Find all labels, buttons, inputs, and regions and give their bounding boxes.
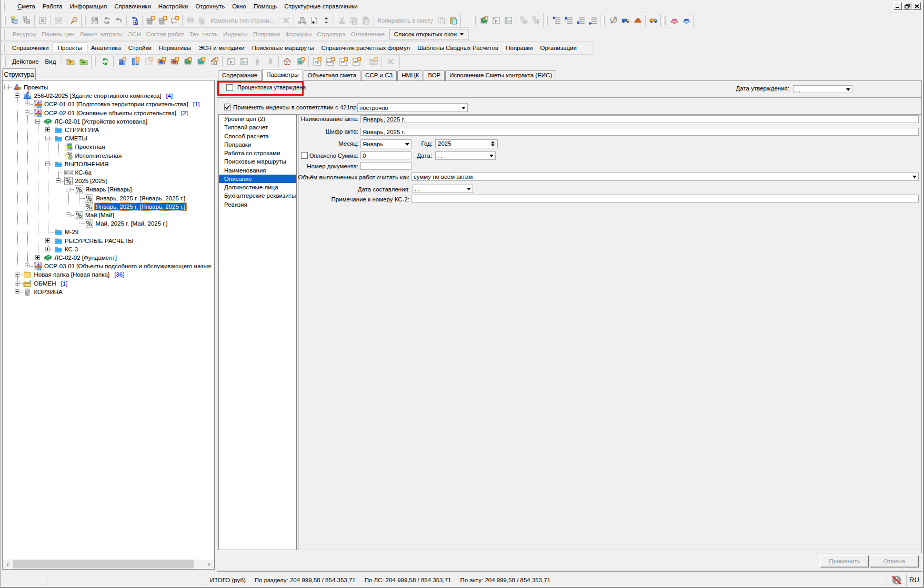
section-tab-5[interactable]: Нормативы <box>155 43 195 53</box>
film-settings2-button[interactable] <box>168 55 181 68</box>
menu-5[interactable]: Настройки <box>155 2 192 11</box>
menu-7[interactable]: Окно <box>228 2 250 11</box>
box-settings2-button[interactable] <box>156 14 168 27</box>
delete-cross-button[interactable] <box>280 14 292 27</box>
toolbar-grip[interactable] <box>4 16 6 25</box>
menu-9[interactable]: Структурные справочники <box>280 2 361 11</box>
section-tab-3[interactable]: Аналитика <box>87 43 125 53</box>
tree-item[interactable]: ВЫПОЛНЕНИЯ <box>64 160 109 168</box>
tree-item[interactable]: Проектная <box>74 143 106 151</box>
section-tab-2[interactable]: Проекты <box>53 43 87 53</box>
tree-item[interactable]: Январь, 2025 г. [Январь, 2025 г.] <box>95 194 187 202</box>
menu-2[interactable]: Работа <box>39 2 66 11</box>
toolbar-grip[interactable] <box>663 16 666 25</box>
volume-combo[interactable]: сумму по всем актам <box>411 173 919 181</box>
cancel-button[interactable]: Отмена <box>870 555 919 567</box>
tree-item[interactable]: СТРУКТУРА <box>64 126 100 134</box>
arrow-down-button[interactable] <box>264 55 277 68</box>
tab-1[interactable]: Содержание <box>218 70 262 81</box>
expand-toggle[interactable] <box>15 272 19 277</box>
action-menu-2[interactable]: Вид <box>42 57 59 66</box>
collapse-toggle[interactable] <box>4 85 9 89</box>
pp-page-button[interactable]: РР <box>337 55 350 68</box>
tab-4[interactable]: ССР и СЗ <box>361 70 397 81</box>
collapse-toggle[interactable] <box>35 119 40 124</box>
section-tab-11[interactable]: Организации <box>536 43 580 53</box>
comp-date-combo[interactable]: . . <box>413 185 473 193</box>
delete-cross-button[interactable] <box>384 55 397 68</box>
machines-truck-button[interactable] <box>619 14 631 27</box>
printer-button[interactable] <box>184 14 196 27</box>
indent-last-button[interactable] <box>587 14 599 27</box>
building-settings-button[interactable] <box>115 55 128 68</box>
menu-4[interactable]: Справочники <box>111 2 155 11</box>
folder-collapse-button[interactable] <box>77 55 90 68</box>
section-tab-10[interactable]: Поправки <box>502 43 536 53</box>
tree-horizontal-scrollbar[interactable]: ‹ › <box>3 560 214 569</box>
tree-item[interactable]: СМЕТЫ <box>64 134 88 143</box>
indent-first-button[interactable] <box>550 14 563 27</box>
section-tab-1[interactable]: Справочники <box>8 43 53 53</box>
toolbar-grip[interactable] <box>602 16 605 25</box>
tree-item[interactable]: ЛС-02-01 [Устройство котлована] <box>54 117 149 126</box>
tree-item[interactable]: Май, 2025 г. [Май, 2025 г.] <box>95 219 169 228</box>
collapse-toggle[interactable] <box>66 187 71 191</box>
doc-num-input[interactable] <box>360 162 411 170</box>
open-windows-dropdown[interactable]: Список открытых окон <box>389 29 468 39</box>
indexes-mode-combo[interactable]: построчно <box>357 103 468 112</box>
plus-minus-button[interactable] <box>320 14 332 27</box>
transport-truck-button[interactable] <box>647 14 659 27</box>
cut-button[interactable] <box>336 14 348 27</box>
book-green-settings-button[interactable] <box>181 55 194 68</box>
menu-1[interactable]: Смета <box>14 2 39 11</box>
apply-indexes-checkbox[interactable] <box>224 104 231 110</box>
expand-toggle[interactable] <box>25 102 29 106</box>
film-settings-button[interactable] <box>155 55 168 68</box>
tree-item[interactable]: Исполнительная <box>74 151 123 160</box>
expand-toggle[interactable] <box>15 289 19 294</box>
page-pr-button[interactable]: ПР <box>237 55 250 68</box>
book-pink-button[interactable] <box>668 14 680 27</box>
comment-settings-button[interactable] <box>168 14 180 27</box>
minimize-button[interactable] <box>893 2 902 10</box>
tab-5[interactable]: НМЦК <box>397 70 423 81</box>
percent-page-button[interactable]: % <box>310 55 324 68</box>
fz-page-button[interactable]: ФЗ <box>350 55 363 68</box>
tree-item[interactable]: 256-02-2025 [Здание спортивного комплекс… <box>33 92 173 100</box>
tree-item[interactable]: Май [Май] <box>84 211 115 219</box>
tree-item[interactable]: КОРЗИНА <box>33 288 64 296</box>
menu-3[interactable]: Информация <box>66 2 111 11</box>
toolbar-grip[interactable] <box>3 2 5 11</box>
expand-toggle[interactable] <box>15 281 19 286</box>
collapse-toggle[interactable] <box>66 212 71 217</box>
menu-8[interactable]: Помощь <box>250 2 280 11</box>
refresh-button[interactable] <box>101 14 113 27</box>
section-tab-7[interactable]: Поисковые маршруты <box>248 43 318 53</box>
home-settings-button[interactable] <box>207 55 220 68</box>
indent-down-button[interactable] <box>575 14 587 27</box>
expand-toggle[interactable] <box>45 238 50 243</box>
scrollbar-thumb[interactable] <box>13 560 194 569</box>
collapse-toggle[interactable] <box>45 161 50 166</box>
tree-item[interactable]: М-29 <box>64 228 79 236</box>
tree-item[interactable]: Проекты <box>23 83 49 92</box>
toolbar-grip[interactable] <box>546 16 548 25</box>
tree-item[interactable]: ОСР-03-01 [Объекты подсобного и обслужив… <box>43 262 212 270</box>
m29-page-button[interactable]: М29 <box>324 55 337 68</box>
tree-item[interactable]: ЛС-02-02 [Фундамент] <box>54 254 118 262</box>
page-pr-button[interactable]: ПР <box>502 14 514 27</box>
indent-up-button[interactable] <box>563 14 575 27</box>
search-button[interactable] <box>68 14 80 27</box>
section-tab-8[interactable]: Справочник расчётных формул <box>318 43 414 53</box>
page-settings-button[interactable] <box>142 55 155 68</box>
tab-2[interactable]: Параметры <box>262 69 303 81</box>
tab-3[interactable]: Объектная смета <box>304 70 361 81</box>
collapse-toggle[interactable] <box>45 136 50 140</box>
paid-checkbox[interactable] <box>301 152 308 159</box>
action-menu-1[interactable]: Действие <box>9 57 42 66</box>
add-to-structure-button[interactable] <box>21 14 33 27</box>
page-p-button[interactable]: P <box>224 55 237 68</box>
tab-7[interactable]: Исполнение Сметы контракта (ЕИС) <box>445 70 556 81</box>
tree-item[interactable]: РЕСУРСНЫЕ РАСЧЕТЫ <box>64 237 135 245</box>
building-list-settings-button[interactable] <box>128 55 142 68</box>
